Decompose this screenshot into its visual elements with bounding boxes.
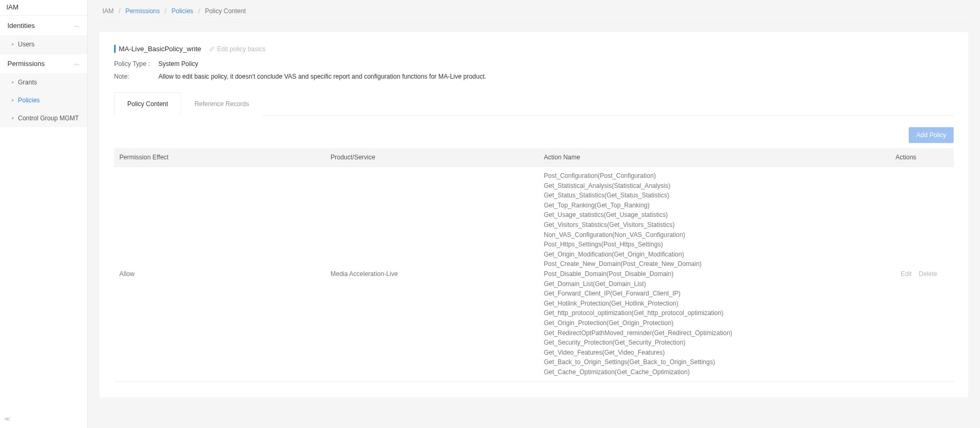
table-header-row: Permission Effect Product/Service Action… (114, 148, 954, 167)
action-name-item: Get_Back_to_Origin_Settings(Get_Back_to_… (544, 357, 885, 367)
action-name-list: Post_Configuration(Post_Configuration)Ge… (544, 171, 885, 377)
policy-table: Permission Effect Product/Service Action… (114, 148, 954, 382)
cell-effect: Allow (114, 167, 325, 382)
breadcrumb-policies[interactable]: Policies (172, 7, 193, 15)
tab-policy-content[interactable]: Policy Content (114, 92, 181, 116)
action-name-item: Post_Disable_Domain(Post_Disable_Domain) (544, 269, 885, 279)
action-name-item: Get_Statistical_Analysis(Statistical_Ana… (544, 181, 885, 191)
col-header-product: Product/Service (325, 148, 539, 167)
action-name-item: Get_Top_Ranking(Get_Top_Ranking) (544, 201, 885, 211)
policy-note-row: Note: Allow to edit basic policy, it doe… (114, 73, 954, 80)
breadcrumb-permissions[interactable]: Permissions (125, 7, 159, 15)
sidebar-item-grants[interactable]: Grants (0, 73, 87, 91)
policy-card: MA-Live_BasicPolicy_write Edit policy ba… (99, 32, 968, 397)
action-name-item: Get_Visitors_Statistics(Get_Visitors_Sta… (544, 220, 885, 230)
sidebar-item-label: Control Group MGMT (18, 115, 79, 122)
sidebar-group-label: Permissions (7, 60, 45, 68)
edit-icon (209, 46, 215, 52)
bullet-icon (12, 43, 14, 45)
cell-product: Media Acceleration-Live (325, 167, 539, 382)
action-name-item: Get_Cache_Optimization(Get_Cache_Optimiz… (544, 367, 885, 377)
col-header-ops: Actions (890, 148, 954, 167)
bullet-icon (12, 81, 14, 83)
cell-ops: Edit Delete (890, 167, 954, 382)
add-policy-button[interactable]: Add Policy (909, 127, 954, 143)
action-name-item: Get_Origin_Protection(Get_Origin_Protect… (544, 318, 885, 328)
table-row: Allow Media Acceleration-Live Post_Confi… (114, 167, 954, 382)
bullet-icon (12, 99, 14, 101)
action-name-item: Get_http_protocol_optimization(Get_http_… (544, 308, 885, 318)
sidebar-item-label: Grants (18, 79, 37, 86)
breadcrumb: IAM / Permissions / Policies / Policy Co… (99, 0, 968, 23)
policy-header: MA-Live_BasicPolicy_write Edit policy ba… (114, 45, 954, 53)
policy-name: MA-Live_BasicPolicy_write (119, 45, 201, 53)
collapse-sidebar-icon[interactable]: << (4, 415, 9, 423)
col-header-action: Action Name (539, 148, 890, 167)
col-header-effect: Permission Effect (114, 148, 325, 167)
accent-bar-icon (114, 45, 116, 53)
action-name-item: Get_Status_Statistics(Get_Status_Statist… (544, 191, 885, 201)
breadcrumb-sep-icon: / (119, 7, 120, 15)
policy-type-label: Policy Type : (114, 60, 158, 68)
chevron-up-icon: ︿ (74, 60, 80, 68)
sidebar-title: IAM (0, 0, 87, 15)
action-name-item: Get_Origin_Modification(Get_Origin_Modif… (544, 250, 885, 260)
edit-policy-basics-button[interactable]: Edit policy basics (209, 45, 266, 53)
tab-reference-records[interactable]: Reference Records (181, 92, 262, 116)
breadcrumb-root: IAM (102, 7, 114, 15)
add-policy-row: Add Policy (114, 127, 954, 143)
policy-note-value: Allow to edit basic policy, it doesn't c… (158, 73, 486, 80)
action-name-item: Get_Domain_List(Get_Domain_List) (544, 279, 885, 289)
breadcrumb-current: Policy Content (205, 7, 246, 15)
sidebar-group-identities[interactable]: Identities ︿ (0, 15, 87, 35)
sidebar-item-control-group[interactable]: Control Group MGMT (0, 109, 87, 127)
breadcrumb-sep-icon: / (198, 7, 200, 15)
chevron-up-icon: ︿ (74, 22, 80, 30)
bullet-icon (12, 117, 14, 119)
action-name-item: Post_Configuration(Post_Configuration) (544, 171, 885, 181)
action-name-item: Non_VAS_Configuration(Non_VAS_Configurat… (544, 230, 885, 240)
action-name-item: Get_Forward_Client_IP(Get_Forward_Client… (544, 289, 885, 299)
sidebar-item-users[interactable]: Users (0, 35, 87, 53)
cell-actions: Post_Configuration(Post_Configuration)Ge… (539, 167, 890, 382)
sidebar: IAM Identities ︿ Users Permissions ︿ Gra… (0, 0, 88, 428)
action-name-item: Get_RedirectOptPathMoved_reminder(Get_Re… (544, 328, 885, 338)
sidebar-group-label: Identities (7, 22, 35, 30)
action-name-item: Post_Create_New_Domain(Post_Create_New_D… (544, 259, 885, 269)
edit-row-button[interactable]: Edit (901, 270, 912, 278)
sidebar-item-label: Policies (18, 97, 40, 104)
delete-row-button[interactable]: Delete (919, 270, 937, 278)
breadcrumb-sep-icon: / (165, 7, 166, 15)
sidebar-item-label: Users (18, 41, 34, 48)
action-name-item: Get_Security_Protection(Get_Security_Pro… (544, 338, 885, 348)
sidebar-group-permissions[interactable]: Permissions ︿ (0, 53, 87, 73)
policy-type-value: System Policy (158, 60, 198, 68)
policy-tabs: Policy Content Reference Records (114, 92, 954, 116)
action-name-item: Get_Usage_statistics(Get_Usage_statistic… (544, 210, 885, 220)
edit-policy-basics-label: Edit policy basics (217, 45, 266, 53)
policy-type-row: Policy Type : System Policy (114, 60, 954, 68)
policy-note-label: Note: (114, 73, 158, 80)
main-content: IAM / Permissions / Policies / Policy Co… (88, 0, 980, 428)
action-name-item: Get_Video_Features(Get_Video_Features) (544, 348, 885, 358)
action-name-item: Get_Hotlink_Protection(Get_Hotlink_Prote… (544, 299, 885, 309)
sidebar-item-policies[interactable]: Policies (0, 91, 87, 109)
action-name-item: Post_Https_Settings(Post_Https_Settings) (544, 240, 885, 250)
